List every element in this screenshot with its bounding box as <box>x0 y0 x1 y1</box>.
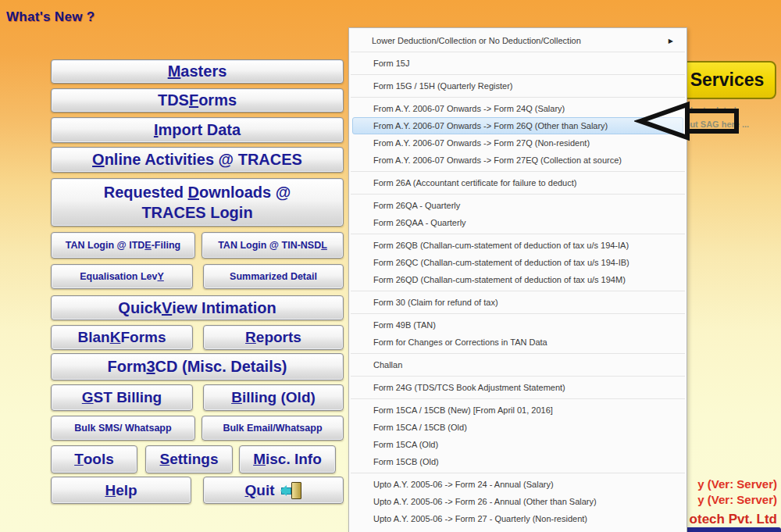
label: elp <box>116 482 137 499</box>
menu-item-label: Form 15J <box>373 55 409 72</box>
label: TDS <box>158 91 189 109</box>
menu-item[interactable]: Form 26QB (Challan-cum-statement of dedu… <box>352 237 683 254</box>
menu-item[interactable]: Form 26QAA - Quarterly <box>352 214 683 231</box>
label: Forms <box>120 329 166 346</box>
label: ST Billing <box>94 389 162 406</box>
label: D <box>188 184 199 201</box>
menu-item[interactable]: Upto A.Y. 2005-06 -> Form 26 - Annual (O… <box>352 493 683 510</box>
label: S <box>160 451 170 468</box>
services-button[interactable]: Services <box>678 61 776 99</box>
label: ownloads @ <box>199 184 291 201</box>
label: E <box>144 240 151 251</box>
menu-item[interactable]: Form 24G (TDS/TCS Book Adjustment Statem… <box>352 379 683 396</box>
submenu-arrow-icon: ▶ <box>669 33 673 49</box>
import-data-button[interactable]: Import Data <box>51 117 344 143</box>
bulk-email-button[interactable]: Bulk Email/Whatsapp <box>201 416 344 441</box>
annotation-arrow-icon <box>634 100 744 144</box>
menu-item[interactable]: Form 26QC (Challan-cum-statement of dedu… <box>352 254 683 271</box>
menu-item-label: Upto A.Y. 2005-06 -> Form 24 - Annual (S… <box>373 477 554 493</box>
label: Bulk SMS/ Whatsapp <box>74 423 171 434</box>
online-activities-button[interactable]: Online Activities @ TRACES <box>51 147 344 173</box>
label: H <box>105 482 116 499</box>
equalisation-levy-button[interactable]: Equalisation LevY <box>51 264 193 289</box>
settings-button[interactable]: Settings <box>145 445 233 473</box>
menu-item[interactable]: Challan <box>352 356 683 373</box>
label: Requested Downloads @ <box>104 182 291 202</box>
menu-item[interactable]: Form 30 (Claim for refund of tax) <box>352 294 683 311</box>
menu-item[interactable]: Upto A.Y. 2005-06 -> Form 27 - Quarterly… <box>352 510 683 527</box>
menu-item[interactable]: Form 15G / 15H (Quarterly Register) <box>352 77 683 95</box>
label: Form <box>107 358 146 376</box>
bulk-sms-button[interactable]: Bulk SMS/ Whatsapp <box>51 416 195 441</box>
menu-item-label: Form 30 (Claim for refund of tax) <box>373 295 498 311</box>
menu-item-label: Upto A.Y. 2005-06 -> Form 26 - Annual (O… <box>373 494 597 510</box>
menu-item-label: Form for Changes or Corrections in TAN D… <box>373 334 547 351</box>
menu-item[interactable]: Form 26A (Accountant certificate for fai… <box>352 174 683 191</box>
gst-billing-button[interactable]: GST Billing <box>51 384 193 411</box>
menu-item[interactable]: Lower Deduction/Collection or No Deducti… <box>351 32 685 49</box>
quick-view-intimation-button[interactable]: Quick View Intimation <box>51 295 344 320</box>
menu-item-label: Form 26QD (Challan-cum-statement of dedu… <box>373 272 626 288</box>
menu-item-label: From A.Y. 2006-07 Onwards -> Form 26Q (O… <box>373 118 608 134</box>
menu-item-label: Upto A.Y. 2005-06 -> Form 27 - Quarterly… <box>373 511 587 527</box>
label: asters <box>180 62 226 80</box>
blank-forms-button[interactable]: BlanK Forms <box>51 325 193 350</box>
main-button-panel: Masters TDS Forms Import Data Online Act… <box>51 59 344 509</box>
menu-item[interactable]: Form 15CA / 15CB (New) [From April 01, 2… <box>352 402 683 419</box>
label: K <box>110 329 121 346</box>
label: Y <box>158 271 164 282</box>
exit-door-icon <box>281 482 302 499</box>
menu-item[interactable]: Form 26QD (Challan-cum-statement of dedu… <box>352 271 683 288</box>
menu-group: Form 30 (Claim for refund of tax) <box>351 291 685 311</box>
menu-item[interactable]: Form for Changes or Corrections in TAN D… <box>352 334 683 351</box>
services-label: Services <box>690 70 765 91</box>
menu-item-label: Form 15CA / 15CB (Old) <box>373 420 467 436</box>
menu-item[interactable]: Form 49B (TAN) <box>352 316 683 334</box>
menu-group: Form 15CA / 15CB (New) [From April 01, 2… <box>351 398 685 470</box>
quit-button[interactable]: Quit <box>203 477 344 504</box>
tools-button[interactable]: Tools <box>51 445 137 473</box>
menu-item[interactable]: Form 15CA (Old) <box>352 436 683 453</box>
menu-item[interactable]: Upto A.Y. 2005-06 -> Form 27E - Annual (… <box>352 527 683 532</box>
label: orms <box>198 91 237 109</box>
menu-group: Form 24G (TDS/TCS Book Adjustment Statem… <box>351 376 685 396</box>
menu-item[interactable]: Form 15J <box>352 55 683 72</box>
label: Equalisation Lev <box>80 271 157 282</box>
misc-info-button[interactable]: Misc. Info <box>239 445 336 473</box>
menu-item[interactable]: From A.Y. 2006-07 Onwards -> Form 27EQ (… <box>352 152 683 169</box>
masters-button[interactable]: Masters <box>51 59 344 84</box>
summarized-detail-button[interactable]: Summarized Detail <box>203 264 344 289</box>
menu-item-label: Upto A.Y. 2005-06 -> Form 27E - Annual (… <box>373 528 610 532</box>
menu-item[interactable]: Upto A.Y. 2005-06 -> Form 24 - Annual (S… <box>352 476 683 493</box>
menu-group: Form 49B (TAN)Form for Changes or Correc… <box>351 313 685 351</box>
label: Quick <box>118 299 162 317</box>
menu-item-label: Form 15CB (Old) <box>373 454 439 470</box>
label: ettings <box>169 451 218 468</box>
label: M <box>253 451 266 468</box>
label: R <box>245 329 256 346</box>
menu-group: Upto A.Y. 2005-06 -> Form 24 - Annual (S… <box>351 473 685 532</box>
label: F <box>189 91 198 109</box>
menu-group: Form 26A (Accountant certificate for fai… <box>351 171 685 191</box>
menu-item-label: Form 15G / 15H (Quarterly Register) <box>373 78 513 95</box>
whats-new-link[interactable]: What's New ? <box>6 9 95 25</box>
reports-button[interactable]: Reports <box>203 325 344 350</box>
form-3cd-button[interactable]: Form 3CD (Misc. Details) <box>51 353 344 380</box>
label: TAN Login @ ITD <box>66 240 145 251</box>
menu-item[interactable]: Form 26QA - Quarterly <box>352 197 683 214</box>
tan-login-itd-button[interactable]: TAN Login @ ITD E-Filing <box>51 232 195 259</box>
tan-login-nsdl-button[interactable]: TAN Login @ TIN-NSDL <box>201 232 344 259</box>
tds-forms-button[interactable]: TDS Forms <box>51 88 344 112</box>
menu-item-label: Lower Deduction/Collection or No Deducti… <box>372 33 581 49</box>
label: TAN Login @ TIN-NSD <box>218 240 321 251</box>
label: -Filing <box>152 240 181 251</box>
requested-downloads-button[interactable]: Requested Downloads @ TRACES Login <box>51 178 344 227</box>
menu-item[interactable]: Form 15CA / 15CB (Old) <box>352 419 683 436</box>
menu-item[interactable]: Form 15CB (Old) <box>352 453 683 470</box>
billing-old-button[interactable]: Billing (Old) <box>203 384 344 411</box>
app-window: What's New ? Services Product related Ab… <box>0 0 781 532</box>
label: iew Intimation <box>172 299 276 317</box>
help-button[interactable]: Help <box>51 477 191 504</box>
label: L <box>321 240 327 251</box>
menu-item-label: Form 26QA - Quarterly <box>373 198 460 214</box>
